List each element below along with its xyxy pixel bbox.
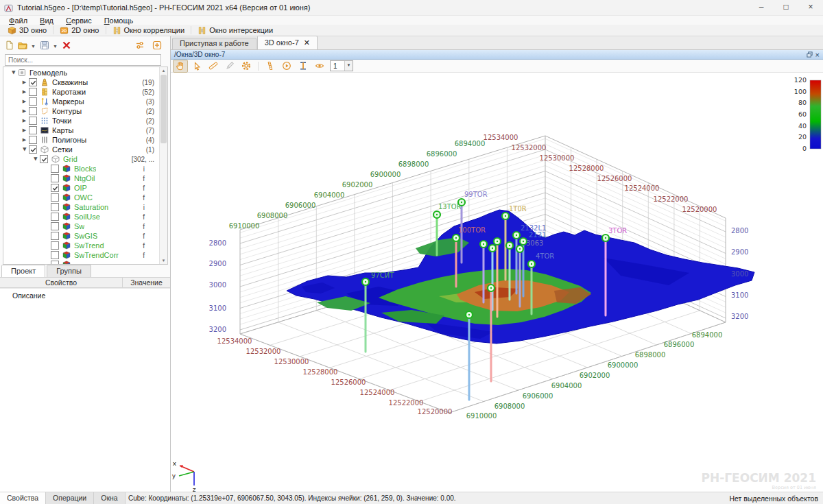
menu-Вид[interactable]: Вид [34,16,60,25]
expander-icon[interactable]: ▶ [22,145,27,154]
tree-item-Точки[interactable]: ▶ Точки (2) [3,116,160,125]
filter-icon[interactable] [135,40,146,51]
toolbar-button-square2d[interactable]: 2D2D окно [55,26,104,35]
tree-item-SwGIS[interactable]: SwGIS f [3,231,160,241]
view-tool-well-log[interactable] [263,60,278,73]
tree-item-OIP[interactable]: OIP f [3,183,160,193]
checkbox[interactable] [51,232,59,240]
tree-item-Сетки[interactable]: ▶ Сетки (1) [3,145,160,154]
tree-item-Каротажи[interactable]: ▶ Каротажи (52) [3,87,160,97]
dock-close-icon[interactable]: × [815,51,820,58]
tree-item-NtgOil[interactable]: NtgOil f [3,173,160,183]
project-panel-toolbar: ▼▼ [0,36,170,54]
view-index-select[interactable]: 1 ▼ [330,60,353,71]
checkbox[interactable] [29,136,37,144]
checkbox[interactable] [29,126,37,134]
checkbox[interactable] [29,97,37,106]
scroll-thumb[interactable] [160,75,167,143]
menu-Помощь[interactable]: Помощь [98,16,140,25]
dropdown-arrow-icon[interactable]: ▼ [31,44,36,49]
view-tool-hand[interactable] [173,60,188,73]
dock-title-bar[interactable]: /Окна/3D окно-7 × [171,50,823,60]
view-tool-gear[interactable] [239,60,254,73]
scroll-up-icon[interactable]: ▲ [160,67,167,74]
project-tree: ▶ Геомодель ▶ Скважины (19) ▶ Каротажи (… [3,67,168,265]
document-tab-3D окно-7[interactable]: 3D окно-7✕ [257,36,318,49]
tree-item-Blocks[interactable]: Blocks i [3,164,160,173]
expander-icon[interactable]: ▶ [20,89,29,95]
minimize-button[interactable]: – [749,0,774,15]
panel-tab-Группы[interactable]: Группы [47,265,91,277]
panel-tab-Проект[interactable]: Проект [1,265,45,277]
float-window-icon[interactable] [807,51,813,58]
tree-item-Геомодель[interactable]: ▶ Геомодель [3,68,160,77]
delete-icon[interactable] [62,40,73,51]
checkbox[interactable] [51,251,59,259]
checkbox[interactable] [51,174,59,182]
polygons-icon [40,136,49,144]
expander-icon[interactable]: ▶ [20,118,29,123]
checkbox[interactable] [40,155,48,163]
view-tool-pencil[interactable] [222,60,237,73]
expander-icon[interactable]: ▶ [20,99,29,104]
expander-icon[interactable]: ▶ [11,69,16,77]
property-row-description[interactable]: Описание [0,289,170,300]
tree-item-Полигоны[interactable]: ▶ Полигоны (4) [3,135,160,145]
save-icon[interactable] [40,40,51,51]
new-file-icon[interactable] [5,40,16,51]
scene-3d[interactable]: 97СИТ13TOR99TOR1T0R100TOR2132L1213130634… [171,73,823,492]
viewport-3d[interactable]: 97СИТ13TOR99TOR1T0R100TOR2132L1213130634… [171,73,823,492]
tree-item-SoilUse[interactable]: SoilUse f [3,212,160,221]
checkbox[interactable] [51,241,59,250]
checkbox[interactable] [51,193,59,202]
checkbox[interactable] [29,117,37,125]
bottom-tab-Свойства[interactable]: Свойства [0,492,46,504]
checkbox[interactable] [51,184,59,192]
checkbox[interactable] [29,145,37,154]
checkbox[interactable] [29,107,37,115]
tree-scrollbar[interactable]: ▲ ▼ [159,67,167,264]
toolbar-button-correlation[interactable]: Окно корреляции [108,26,190,35]
toolbar-button-intersection[interactable]: Окно интерсекции [193,26,278,35]
close-button[interactable]: × [798,0,823,15]
checkbox[interactable] [29,88,37,96]
view-tool-cursor[interactable] [189,60,204,73]
search-input[interactable] [5,54,161,66]
view-tool-ruler[interactable] [206,60,221,73]
checkbox[interactable] [29,78,37,86]
menu-Сервис[interactable]: Сервис [60,16,98,25]
expander-icon[interactable]: ▶ [33,155,38,164]
expander-icon[interactable]: ▶ [20,80,29,85]
expander-icon[interactable]: ▶ [20,108,29,114]
checkbox[interactable] [51,165,59,173]
z-axis-labels-left: 28002900300031003200 [209,239,226,333]
document-tab-Приступая к работе[interactable]: Приступая к работе [172,38,257,49]
tree-item-Saturation[interactable]: Saturation i [3,202,160,212]
open-folder-icon[interactable] [18,40,29,51]
tree-item-Маркеры[interactable]: ▶ Маркеры (3) [3,97,160,106]
tree-item-Скважины[interactable]: ▶ Скважины (19) [3,77,160,87]
tree-item-Контуры[interactable]: ▶ Контуры (2) [3,106,160,116]
checkbox[interactable] [51,203,59,211]
bottom-tab-Окна[interactable]: Окна [94,492,125,504]
view-tool-play[interactable] [279,60,294,73]
checkbox[interactable] [51,222,59,230]
tab-close-icon[interactable]: ✕ [304,38,310,47]
checkbox[interactable] [51,213,59,221]
toolbar-button-cube3d[interactable]: 3D окно [3,26,51,35]
tree-item-SwTrendCorr[interactable]: SwTrendCorr f [3,250,160,260]
add-icon[interactable] [152,40,163,51]
expander-icon[interactable]: ▶ [20,128,29,133]
dropdown-arrow-icon[interactable]: ▼ [53,44,58,49]
tree-item-Sw[interactable]: Sw f [3,221,160,231]
menu-Файл[interactable]: Файл [3,16,34,25]
tree-item-Grid[interactable]: ▶ Grid [302, ... [3,154,160,164]
view-tool-ibeam[interactable] [296,60,311,73]
tree-item-OWC[interactable]: OWC f [3,193,160,202]
tree-item-SwTrend[interactable]: SwTrend f [3,241,160,250]
view-tool-eye[interactable] [312,60,327,73]
expander-icon[interactable]: ▶ [20,137,29,143]
tree-item-Карты[interactable]: ▶ Карты (7) [3,125,160,135]
bottom-tab-Операции[interactable]: Операции [46,492,94,504]
maximize-button[interactable]: □ [774,0,798,15]
